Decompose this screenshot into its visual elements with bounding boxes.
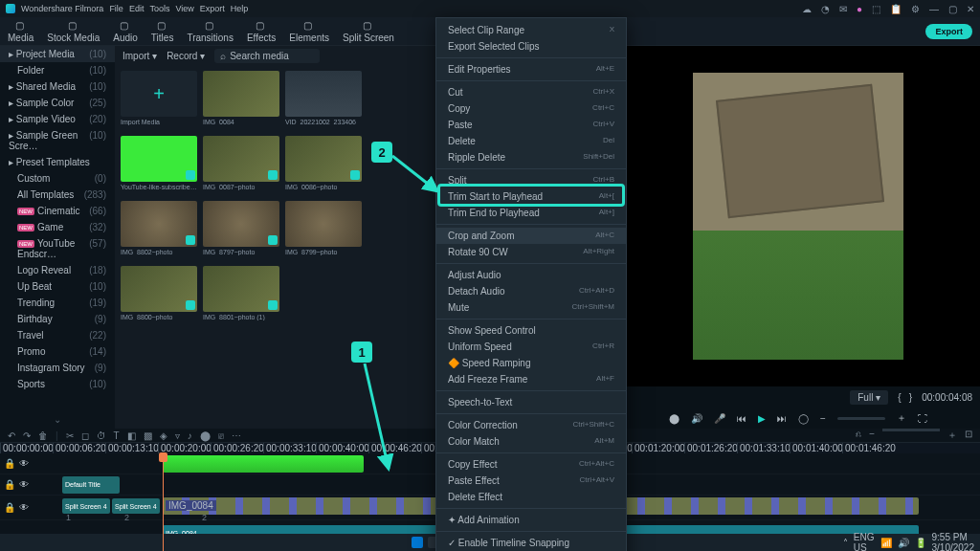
cloud-icon[interactable]: ☁ <box>802 4 812 14</box>
ctx-cut[interactable]: CutCtrl+X <box>436 84 626 100</box>
tl-zoom-slider[interactable] <box>882 429 940 431</box>
ctx-crop-and-zoom[interactable]: Crop and ZoomAlt+C <box>436 228 626 244</box>
ruler-tick[interactable]: 00:01:26:20 <box>684 443 737 453</box>
tab-audio[interactable]: ▢Audio <box>113 20 138 43</box>
menu-view[interactable]: View <box>175 4 193 13</box>
ctx-ripple-delete[interactable]: Ripple DeleteShift+Del <box>436 149 626 165</box>
tl-split-icon[interactable]: ✂ <box>66 430 74 441</box>
media-thumb[interactable] <box>203 201 279 247</box>
media-thumb[interactable] <box>285 201 362 247</box>
playhead[interactable] <box>163 453 164 551</box>
ctx-select-clip-range[interactable]: Select Clip RangeX <box>436 22 626 38</box>
ruler-tick[interactable]: 00:00:13:10 <box>105 443 158 453</box>
media-thumb[interactable] <box>285 136 362 182</box>
sidebar-item[interactable]: ▸ Shared Media(10) <box>0 78 115 95</box>
next-frame-icon[interactable]: ⏭ <box>777 413 787 424</box>
tab-split-screen[interactable]: ▢Split Screen <box>343 20 394 43</box>
tl-fit-icon[interactable]: ⊡ <box>965 429 972 442</box>
ruler-tick[interactable]: 00:01:20:00 <box>632 443 684 453</box>
tl-keyframe-icon[interactable]: ◈ <box>160 430 167 441</box>
tl-detach-icon[interactable]: ♪ <box>188 430 192 441</box>
fit-dropdown[interactable]: Full ▾ <box>850 390 888 405</box>
bracket-markers[interactable]: { } <box>898 392 912 403</box>
menu-tools[interactable]: Tools <box>149 4 169 13</box>
menu-export[interactable]: Export <box>200 4 225 13</box>
tab-elements[interactable]: ▢Elements <box>289 20 329 43</box>
volume-icon[interactable]: 🔊 <box>691 413 702 424</box>
tl-record-icon[interactable]: ⬤ <box>200 430 211 441</box>
media-thumb[interactable]: + <box>121 71 197 117</box>
sidebar-item[interactable]: Birthday(9) <box>0 311 115 327</box>
tab-media[interactable]: ▢Media <box>8 20 33 43</box>
zoom-out-icon[interactable]: − <box>820 413 826 424</box>
media-thumb[interactable] <box>285 71 362 117</box>
sidebar-item[interactable]: Logo Reveal(18) <box>0 262 115 278</box>
sidebar-item[interactable]: NEWCinematic(66) <box>0 203 115 219</box>
ruler-tick[interactable]: 00:01:40:00 <box>790 443 842 453</box>
msg-icon[interactable]: ✉ <box>839 4 847 14</box>
sidebar-item[interactable]: Trending(19) <box>0 295 115 311</box>
maximize-icon[interactable]: ▢ <box>948 4 957 14</box>
ruler-tick[interactable]: 00:01:46:20 <box>842 443 895 453</box>
ctx-enable-timeline-snapping[interactable]: ✓ Enable Timeline Snapping <box>436 535 626 551</box>
ctx-copy[interactable]: CopyCtrl+C <box>436 100 626 117</box>
media-thumb[interactable] <box>121 201 197 247</box>
record-dropdown[interactable]: Record ▾ <box>167 51 205 61</box>
tray-wifi-icon[interactable]: 📶 <box>880 538 892 548</box>
ruler-tick[interactable]: 00:00:06:20 <box>53 443 105 453</box>
fullscreen-icon[interactable]: ⛶ <box>918 413 927 424</box>
ctx-add-animation[interactable]: ✦ Add Animation <box>436 512 626 528</box>
sidebar-item[interactable]: Up Beat(10) <box>0 278 115 295</box>
tl-mix-icon[interactable]: ⎚ <box>218 430 224 441</box>
sidebar-item[interactable]: ▸ Preset Templates <box>0 154 115 170</box>
tab-transitions[interactable]: ▢Transitions <box>187 20 234 43</box>
zoom-in-icon[interactable]: ＋ <box>897 411 906 425</box>
clip-splitscreen[interactable]: Split Screen 4 <box>112 498 160 514</box>
media-thumb[interactable] <box>121 266 197 312</box>
tl-zoom-out-icon[interactable]: − <box>869 429 875 442</box>
close-icon[interactable]: ✕ <box>967 4 974 14</box>
tl-speed-icon[interactable]: ⏱ <box>97 430 106 441</box>
tl-redo-icon[interactable]: ↷ <box>23 430 31 441</box>
tl-text-icon[interactable]: T <box>114 430 120 441</box>
ruler-tick[interactable]: 00:00:00:00 <box>0 443 53 453</box>
media-thumb[interactable] <box>203 71 279 117</box>
import-dropdown[interactable]: Import ▾ <box>122 51 157 61</box>
sidebar-item[interactable]: Instagram Story(9) <box>0 360 115 376</box>
sidebar-item[interactable]: Folder(10) <box>0 62 115 78</box>
menu-help[interactable]: Help <box>231 4 249 13</box>
avatar-icon[interactable]: ● <box>857 4 862 14</box>
tl-mixer-icon[interactable]: ⎌ <box>856 429 861 442</box>
ctx-color-match[interactable]: Color MatchAlt+M <box>436 433 626 450</box>
track-eye-icon[interactable]: 👁 <box>19 479 29 490</box>
tab-effects[interactable]: ▢Effects <box>247 20 276 43</box>
sidebar-item[interactable]: ▸ Sample Color(25) <box>0 95 115 111</box>
gift-icon[interactable]: ⬚ <box>872 4 880 14</box>
ctx-color-correction[interactable]: Color CorrectionCtrl+Shift+C <box>436 417 626 433</box>
ctx-speed-ramping[interactable]: 🔶 Speed Ramping <box>436 355 626 371</box>
clip-splitscreen[interactable]: Split Screen 4 <box>62 498 110 514</box>
track-eye-icon[interactable]: 👁 <box>19 502 29 513</box>
tray-volume-icon[interactable]: 🔊 <box>898 538 909 548</box>
ruler-tick[interactable]: 00:00:26:20 <box>211 443 263 453</box>
zoom-slider[interactable] <box>837 417 885 420</box>
tl-undo-icon[interactable]: ↶ <box>8 430 15 441</box>
media-thumb[interactable] <box>203 136 279 182</box>
tray-clock[interactable]: 9:55 PM3/10/2022 <box>932 532 975 551</box>
ctx-copy-effect[interactable]: Copy EffectCtrl+Alt+C <box>436 456 626 473</box>
clip-subscribe[interactable] <box>163 455 364 473</box>
search-input[interactable]: ⌕Search media <box>214 49 320 63</box>
media-thumb[interactable] <box>203 266 279 312</box>
tray-battery-icon[interactable]: 🔋 <box>915 538 926 548</box>
tl-crop-icon[interactable]: ◻ <box>81 430 89 441</box>
ruler-tick[interactable]: 00:01:33:10 <box>737 443 790 453</box>
media-thumb[interactable] <box>121 136 197 182</box>
track-lock-icon[interactable]: 🔒 <box>4 502 15 513</box>
track-lock-icon[interactable]: 🔒 <box>4 479 15 490</box>
clipboard-icon[interactable]: 📋 <box>890 4 902 14</box>
sidebar-item[interactable]: ▸ Project Media(10) <box>0 46 115 62</box>
track-eye-icon[interactable]: 👁 <box>19 458 29 469</box>
tl-color-icon[interactable]: ◧ <box>127 430 136 441</box>
ctx-export-selected-clips[interactable]: Export Selected Clips <box>436 38 626 55</box>
snapshot-icon[interactable]: ◯ <box>798 413 809 424</box>
